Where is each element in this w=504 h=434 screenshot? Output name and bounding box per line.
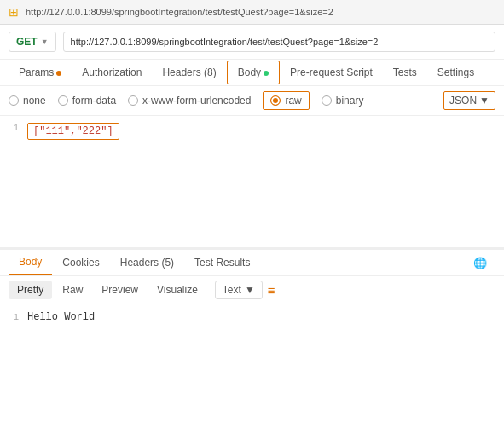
globe-icon: 🌐 (465, 251, 495, 275)
request-tabs: Params Authorization Headers (8) Body Pr… (0, 60, 504, 86)
option-none[interactable]: none (9, 95, 46, 107)
response-toolbar: Pretty Raw Preview Visualize Text ▼ ≡ (0, 276, 504, 304)
line-content-1[interactable]: ["111","222"] (27, 123, 119, 140)
option-urlencoded[interactable]: x-www-form-urlencoded (128, 95, 251, 107)
body-dot (264, 71, 269, 76)
radio-raw (270, 95, 281, 106)
resp-tab-headers[interactable]: Headers (5) (110, 251, 184, 275)
resp-tab-body[interactable]: Body (9, 250, 52, 275)
request-bar: GET ▼ (0, 25, 504, 60)
radio-urlencoded (128, 95, 138, 106)
line-number-1: 1 (0, 123, 27, 133)
option-raw[interactable]: raw (263, 91, 309, 110)
json-format-label: JSON (449, 95, 477, 107)
option-form-data[interactable]: form-data (58, 95, 116, 107)
editor-line-1: 1 ["111","222"] (0, 123, 504, 140)
method-label: GET (16, 36, 38, 48)
radio-form-data (58, 95, 68, 106)
resp-line-number-1: 1 (0, 312, 27, 322)
address-url-text: http://127.0.0.1:8099/springbootIntegrat… (26, 7, 333, 17)
tab-headers[interactable]: Headers (8) (152, 60, 226, 85)
resp-btn-preview[interactable]: Preview (93, 281, 147, 299)
tab-authorization[interactable]: Authorization (72, 60, 152, 85)
option-binary[interactable]: binary (322, 95, 364, 107)
url-input[interactable] (63, 32, 495, 52)
resp-tab-testresults[interactable]: Test Results (184, 251, 260, 275)
radio-none (9, 95, 19, 106)
response-body: 1 Hello World (0, 304, 504, 330)
resp-btn-visualize[interactable]: Visualize (148, 281, 206, 299)
text-format-label: Text (223, 284, 241, 296)
chevron-down-icon: ▼ (479, 95, 490, 107)
tab-settings[interactable]: Settings (427, 60, 484, 85)
response-line-1: 1 Hello World (0, 311, 504, 323)
tab-tests[interactable]: Tests (383, 60, 427, 85)
tab-body[interactable]: Body (227, 61, 280, 84)
tab-prerequest[interactable]: Pre-request Script (280, 60, 383, 85)
radio-binary (322, 95, 332, 106)
editor-area[interactable]: 1 ["111","222"] (0, 116, 504, 248)
tab-params[interactable]: Params (9, 60, 72, 85)
chevron-down-icon: ▼ (245, 284, 255, 296)
resp-line-content-1: Hello World (27, 311, 95, 323)
resp-tab-cookies[interactable]: Cookies (52, 251, 109, 275)
params-dot (56, 71, 61, 76)
response-tabs: Body Cookies Headers (5) Test Results 🌐 (0, 248, 504, 276)
filter-icon[interactable]: ≡ (268, 283, 275, 298)
resp-btn-raw[interactable]: Raw (54, 281, 91, 299)
method-select[interactable]: GET ▼ (9, 32, 56, 52)
grid-icon: ⊞ (9, 5, 19, 19)
resp-btn-pretty[interactable]: Pretty (9, 281, 52, 299)
json-format-select[interactable]: JSON ▼ (443, 91, 495, 110)
chevron-down-icon: ▼ (41, 38, 49, 46)
address-bar: ⊞ http://127.0.0.1:8099/springbootIntegr… (0, 0, 504, 25)
text-format-select[interactable]: Text ▼ (215, 281, 263, 299)
body-options: none form-data x-www-form-urlencoded raw… (0, 86, 504, 116)
